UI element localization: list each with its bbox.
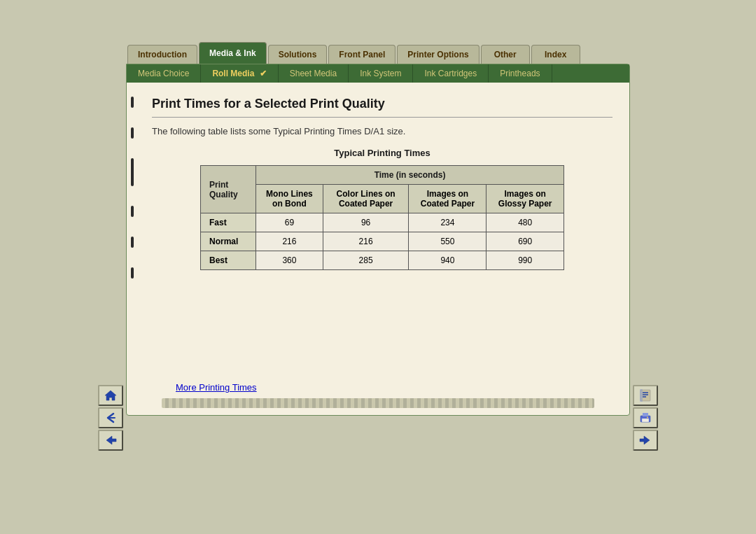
- tab-media-choice[interactable]: Media Choice: [127, 64, 201, 83]
- tab-front-panel[interactable]: Front Panel: [328, 45, 396, 64]
- description-text: The following table lists some Typical P…: [152, 126, 612, 136]
- subheader-color-lines: Color Lines on Coated Paper: [323, 185, 409, 213]
- indicator-2: [131, 127, 134, 139]
- quality-cell: Best: [201, 251, 256, 270]
- tab-introduction[interactable]: Introduction: [127, 45, 197, 64]
- indicator-3: [131, 158, 134, 186]
- back-button[interactable]: [98, 407, 123, 428]
- tab-index[interactable]: Index: [531, 45, 580, 64]
- second-tab-bar: Media Choice Roll Media ✔ Sheet Media In…: [127, 64, 629, 83]
- quality-cell: Fast: [201, 213, 256, 232]
- main-area: Media Choice Roll Media ✔ Sheet Media In…: [126, 64, 630, 416]
- print-button[interactable]: [633, 407, 658, 428]
- tab-solutions[interactable]: Solutions: [268, 45, 328, 64]
- data-cell: 990: [486, 251, 564, 270]
- tab-ink-system[interactable]: Ink System: [349, 64, 413, 83]
- quality-cell: Normal: [201, 232, 256, 251]
- svg-marker-12: [640, 436, 650, 444]
- tab-roll-media[interactable]: Roll Media ✔: [201, 64, 278, 83]
- svg-rect-10: [642, 419, 649, 422]
- svg-rect-7: [640, 389, 643, 402]
- tab-printer-options[interactable]: Printer Options: [397, 45, 479, 64]
- top-tab-bar: Introduction Media & Ink Solutions Front…: [126, 42, 630, 64]
- table-title: Typical Printing Times: [152, 148, 612, 158]
- data-cell: 480: [486, 213, 564, 232]
- tab-media-ink[interactable]: Media & Ink: [199, 42, 267, 64]
- content-area: Print Times for a Selected Print Quality…: [135, 83, 629, 377]
- data-cell: 69: [256, 213, 323, 232]
- tab-other[interactable]: Other: [481, 45, 530, 64]
- next-left-button[interactable]: [98, 430, 123, 451]
- svg-rect-9: [643, 413, 648, 416]
- subheader-mono: Mono Lines on Bond: [256, 185, 323, 213]
- contents-button[interactable]: [633, 385, 658, 406]
- zigzag-bar: [162, 398, 594, 408]
- data-cell: 285: [323, 251, 409, 270]
- tab-ink-cartridges[interactable]: Ink Cartridges: [413, 64, 489, 83]
- home-button[interactable]: [98, 385, 123, 406]
- svg-point-11: [647, 417, 648, 419]
- indicator-6: [131, 267, 134, 279]
- data-cell: 216: [323, 232, 409, 251]
- indicator-1: [131, 97, 134, 108]
- data-cell: 216: [256, 232, 323, 251]
- more-printing-times-link[interactable]: More Printing Times: [173, 382, 618, 393]
- subheader-images-coated: Images on Coated Paper: [409, 185, 486, 213]
- forward-button[interactable]: [633, 430, 658, 451]
- svg-marker-0: [105, 391, 116, 400]
- data-cell: 96: [323, 213, 409, 232]
- data-cell: 690: [486, 232, 564, 251]
- roll-media-check: ✔: [260, 69, 267, 78]
- tab-sheet-media[interactable]: Sheet Media: [279, 64, 349, 83]
- data-cell: 234: [409, 213, 486, 232]
- data-cell: 940: [409, 251, 486, 270]
- data-cell: 360: [256, 251, 323, 270]
- svg-marker-2: [106, 436, 116, 444]
- indicator-4: [131, 206, 134, 217]
- print-times-table: Print Quality Time (in seconds) Mono Lin…: [200, 165, 564, 270]
- data-cell: 550: [409, 232, 486, 251]
- indicator-5: [131, 237, 134, 248]
- col-time-header: Time (in seconds): [256, 166, 564, 185]
- page-title: Print Times for a Selected Print Quality: [152, 97, 612, 118]
- app-container: Introduction Media & Ink Solutions Front…: [126, 42, 630, 416]
- tab-printheads[interactable]: Printheads: [489, 64, 552, 83]
- bottom-nav: More Printing Times: [127, 377, 629, 393]
- subheader-images-glossy: Images on Glossy Paper: [486, 185, 564, 213]
- col-print-quality: Print Quality: [201, 166, 256, 213]
